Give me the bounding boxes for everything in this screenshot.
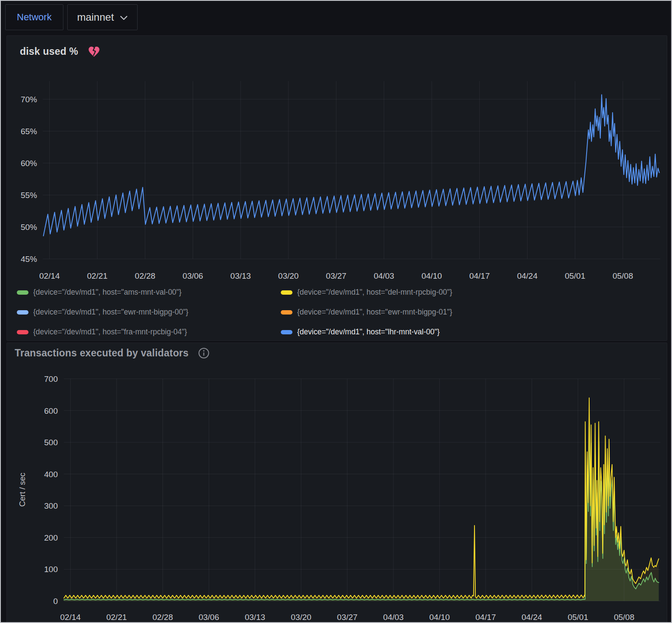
x-tick-label: 04/03 (383, 613, 404, 622)
legend-series-label: {device="/dev/md1", host="ams-mnt-val-00… (33, 288, 182, 297)
x-tick-label: 04/17 (475, 613, 496, 622)
y-tick-label: 0 (53, 597, 58, 606)
network-variable-label-box: Network (5, 4, 63, 30)
legend-series-swatch (17, 290, 28, 295)
y-tick-label: 55% (21, 191, 37, 200)
y-tick-label: 700 (44, 374, 58, 384)
legend-series-label: {device="/dev/md1", host="lhr-mnt-val-00… (297, 327, 440, 337)
x-tick-label: 04/24 (517, 271, 538, 280)
y-tick-label: 100 (44, 565, 58, 574)
x-tick-label: 04/10 (429, 613, 450, 622)
y-axis-label: Cert / sec (18, 472, 27, 507)
legend-item[interactable]: {device="/dev/md1", host="ewr-mnt-bigpg-… (281, 305, 658, 319)
legend-series-label: {device="/dev/md1", host="fra-mnt-rpcbig… (33, 327, 187, 337)
y-tick-label: 60% (21, 159, 37, 168)
info-icon[interactable] (198, 347, 210, 359)
legend-item[interactable]: {device="/dev/md1", host="del-mnt-rpcbig… (281, 285, 658, 299)
transactions-panel-header: Transactions executed by validators (15, 347, 210, 359)
panel-transactions: Transactions executed by validators Cert… (6, 343, 667, 623)
x-tick-label: 03/13 (245, 613, 265, 622)
x-tick-label: 05/01 (565, 271, 585, 280)
x-tick-label: 03/27 (326, 271, 347, 280)
transactions-panel-title[interactable]: Transactions executed by validators (15, 347, 188, 359)
legend-series-swatch (281, 310, 292, 315)
disk-used-panel-title[interactable]: disk used % (20, 46, 78, 57)
series-area (64, 423, 659, 601)
x-tick-label: 02/14 (39, 271, 60, 280)
x-tick-label: 03/06 (182, 271, 203, 280)
network-variable-label: Network (17, 12, 52, 23)
variable-bar: Network mainnet (5, 4, 138, 30)
x-tick-label: 05/08 (614, 613, 634, 622)
series-line (64, 398, 659, 598)
legend-series-swatch (17, 310, 28, 315)
legend-series-swatch (281, 330, 292, 334)
chevron-down-icon (120, 16, 128, 21)
x-tick-label: 04/17 (469, 271, 490, 280)
legend-item[interactable]: {device="/dev/md1", host="ewr-mnt-bigpg-… (17, 305, 281, 319)
legend-series-swatch (17, 330, 28, 334)
x-tick-label: 02/28 (152, 613, 173, 622)
legend-series-swatch (281, 290, 292, 295)
dashboard: Network mainnet disk used % 45%50%55%60%… (0, 0, 672, 623)
series-line (64, 423, 659, 600)
x-tick-label: 03/20 (291, 613, 311, 622)
y-tick-label: 70% (21, 95, 37, 104)
y-tick-label: 200 (44, 533, 58, 542)
legend-series-label: {device="/dev/md1", host="del-mnt-rpcbig… (297, 288, 452, 297)
series-area (64, 398, 659, 601)
x-tick-label: 05/01 (568, 613, 588, 622)
x-tick-label: 04/03 (374, 271, 394, 280)
series-line (44, 95, 659, 236)
x-tick-label: 05/08 (612, 271, 633, 280)
x-tick-label: 02/14 (60, 613, 81, 622)
x-tick-label: 04/10 (421, 271, 442, 280)
x-tick-label: 03/27 (337, 613, 358, 622)
legend-item[interactable]: {device="/dev/md1", host="fra-mnt-rpcbig… (17, 325, 281, 339)
legend-series-label: {device="/dev/md1", host="ewr-mnt-bigpg-… (297, 308, 452, 317)
x-tick-label: 03/13 (230, 271, 251, 280)
y-tick-label: 45% (21, 255, 37, 264)
x-tick-label: 03/06 (198, 613, 219, 622)
panel-disk-used: disk used % 45%50%55%60%65%70%02/1402/21… (6, 35, 667, 341)
disk-used-legend: {device="/dev/md1", host="ams-mnt-val-00… (17, 285, 658, 339)
network-variable-dropdown[interactable]: mainnet (67, 4, 138, 30)
legend-item[interactable]: {device="/dev/md1", host="lhr-mnt-val-00… (281, 325, 658, 339)
legend-item[interactable]: {device="/dev/md1", host="ams-mnt-val-00… (17, 285, 281, 299)
y-tick-label: 400 (44, 470, 58, 479)
x-tick-label: 04/24 (521, 613, 542, 622)
disk-used-chart[interactable]: 45%50%55%60%65%70%02/1402/2102/2803/0603… (7, 36, 667, 284)
broken-heart-icon (88, 45, 100, 57)
y-tick-label: 600 (44, 406, 58, 415)
y-tick-label: 300 (44, 501, 58, 510)
x-tick-label: 02/28 (135, 271, 156, 280)
network-variable-value: mainnet (77, 11, 114, 23)
y-tick-label: 65% (21, 127, 37, 136)
y-tick-label: 500 (44, 438, 58, 447)
x-tick-label: 02/21 (106, 613, 127, 622)
x-tick-label: 02/21 (87, 271, 108, 280)
y-tick-label: 50% (21, 223, 37, 232)
x-tick-label: 03/20 (278, 271, 299, 280)
transactions-chart[interactable]: 010020030040050060070002/1402/2102/2803/… (7, 343, 667, 623)
legend-series-label: {device="/dev/md1", host="ewr-mnt-bigpg-… (33, 308, 188, 317)
disk-used-panel-header: disk used % (20, 45, 100, 57)
